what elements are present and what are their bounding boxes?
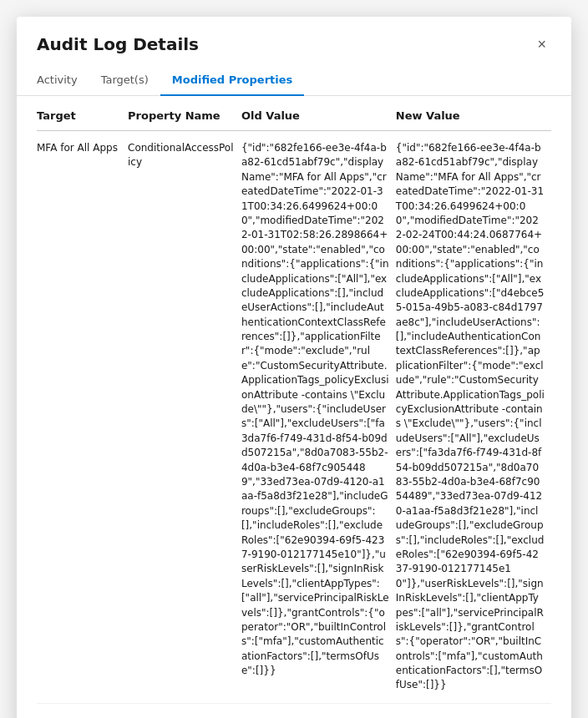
cell-new-value: {"id":"682fe166-ee3e-4f4a-ba82-61cd51abf… <box>396 131 551 704</box>
close-button[interactable]: × <box>532 33 551 55</box>
cell-old-value: {"id":"682fe166-ee3e-4f4a-ba82-61cd51abf… <box>241 131 396 704</box>
table-row: MFA for All AppsConditionalAccessPolicy{… <box>37 131 551 704</box>
tab-content: Target Property Name Old Value New Value… <box>17 96 571 718</box>
tab-modified-properties[interactable]: Modified Properties <box>160 67 305 96</box>
col-new-value: New Value <box>396 99 551 131</box>
table-header-row: Target Property Name Old Value New Value <box>37 99 551 131</box>
cell-target: MFA for All Apps <box>37 131 128 704</box>
audit-log-dialog: Audit Log Details × Activity Target(s) M… <box>17 17 571 718</box>
dialog-title: Audit Log Details <box>37 34 199 54</box>
cell-property-name: ConditionalAccessPolicy <box>128 131 241 704</box>
col-property-name: Property Name <box>128 99 241 131</box>
table-body: MFA for All AppsConditionalAccessPolicy{… <box>37 131 551 704</box>
dialog-header: Audit Log Details × <box>17 17 571 55</box>
col-target: Target <box>37 99 128 131</box>
tab-activity[interactable]: Activity <box>37 67 89 96</box>
tab-bar: Activity Target(s) Modified Properties <box>17 67 571 96</box>
properties-table: Target Property Name Old Value New Value… <box>37 99 551 704</box>
col-old-value: Old Value <box>241 99 396 131</box>
tab-targets[interactable]: Target(s) <box>89 67 160 96</box>
